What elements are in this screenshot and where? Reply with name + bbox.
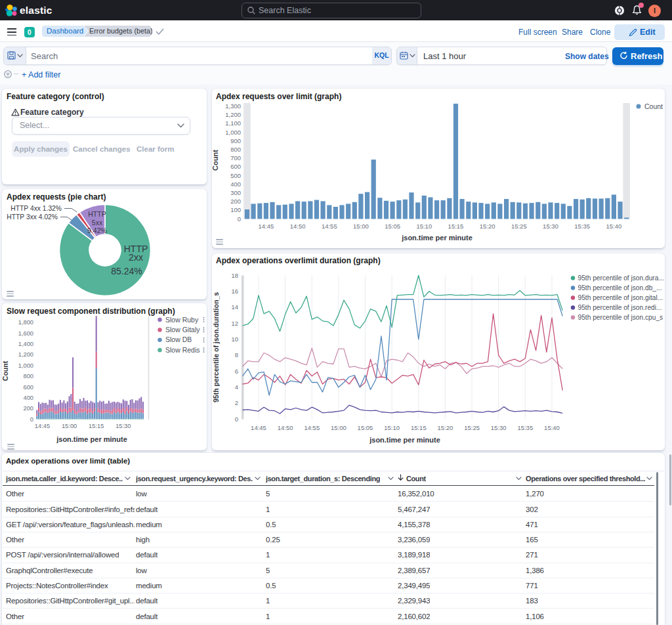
svg-text:Slow Redis: Slow Redis [165,346,200,354]
svg-text:200: 200 [230,198,241,205]
svg-text:json.time per minute: json.time per minute [56,435,127,443]
svg-text:15:10: 15:10 [416,223,432,230]
svg-text:15:15: 15:15 [411,424,427,431]
svg-text:9.42%: 9.42% [87,226,107,234]
svg-text:14:45: 14:45 [35,423,50,429]
svg-text:Slow Ruby: Slow Ruby [165,316,199,324]
svg-text:95th percentile of json.gital.: 95th percentile of json.gital... [578,294,663,301]
svg-text:15:35: 15:35 [517,424,533,431]
svg-text:900: 900 [230,137,241,144]
svg-text:95th percentile of json.db_...: 95th percentile of json.db_... [578,284,662,291]
svg-text:15:00: 15:00 [62,423,77,429]
svg-text:1,600: 1,600 [18,330,33,337]
svg-text:15:25: 15:25 [511,223,527,230]
svg-text:15:05: 15:05 [358,424,373,431]
svg-text:2xx: 2xx [129,252,143,263]
svg-text:Slow Gitaly: Slow Gitaly [165,326,200,334]
svg-text:8: 8 [235,351,238,358]
svg-text:4: 4 [235,383,238,390]
svg-text:15:10: 15:10 [384,424,400,431]
svg-text:16: 16 [231,287,238,294]
svg-text:Count: Count [212,149,219,170]
svg-text:14:50: 14:50 [290,223,306,230]
svg-text:800: 800 [230,145,241,152]
svg-text:1,100: 1,100 [225,119,241,127]
svg-text:15:15: 15:15 [89,423,104,429]
svg-text:95th percentile of json.cpu_s: 95th percentile of json.cpu_s [578,314,663,321]
svg-text:1,200: 1,200 [18,351,33,358]
svg-text:400: 400 [230,180,241,187]
svg-text:1,200: 1,200 [225,111,241,118]
svg-text:14:45: 14:45 [251,424,266,431]
svg-text:700: 700 [230,154,241,162]
svg-text:HTTP 3xx 4.02%: HTTP 3xx 4.02% [7,213,58,221]
svg-text:15:15: 15:15 [448,223,464,230]
svg-text:0: 0 [235,415,238,422]
svg-text:json.time per minute: json.time per minute [401,234,472,242]
svg-text:400: 400 [23,395,33,401]
svg-text:300: 300 [230,188,241,196]
svg-text:HTTP: HTTP [88,210,106,218]
svg-text:95th percentile of json.dura..: 95th percentile of json.dura... [578,274,664,282]
svg-text:2: 2 [235,399,238,406]
svg-text:600: 600 [23,384,33,391]
svg-text:Count: Count [2,360,9,381]
svg-text:15:00: 15:00 [331,424,346,431]
svg-text:800: 800 [23,373,33,379]
svg-text:0: 0 [30,416,33,423]
svg-text:500: 500 [230,171,241,179]
svg-text:14:55: 14:55 [322,223,337,230]
svg-text:6: 6 [235,367,238,374]
svg-text:600: 600 [230,163,241,170]
svg-text:1,800: 1,800 [18,319,33,326]
svg-text:14:55: 14:55 [304,424,320,431]
svg-text:1,400: 1,400 [18,341,33,347]
svg-text:15:30: 15:30 [543,223,558,230]
svg-text:10: 10 [231,335,238,342]
svg-text:15:25: 15:25 [464,424,480,431]
svg-text:0: 0 [238,215,241,222]
svg-text:HTTP 4xx 1.32%: HTTP 4xx 1.32% [10,205,62,212]
svg-text:14: 14 [231,303,238,311]
svg-text:15:40: 15:40 [606,223,622,230]
svg-text:200: 200 [23,405,33,412]
svg-text:15:30: 15:30 [491,424,507,431]
svg-text:85.24%: 85.24% [111,266,142,276]
svg-text:15:20: 15:20 [480,223,495,230]
svg-text:15:05: 15:05 [385,223,400,230]
svg-text:1,000: 1,000 [18,362,33,369]
svg-text:15:20: 15:20 [438,424,453,431]
svg-text:json.time per minute: json.time per minute [369,436,440,444]
svg-text:1,300: 1,300 [225,102,241,109]
svg-text:1,000: 1,000 [225,128,241,135]
svg-text:18: 18 [231,271,238,278]
svg-text:15:35: 15:35 [574,223,590,230]
svg-text:14:45: 14:45 [259,223,274,230]
svg-text:5xx: 5xx [92,218,103,226]
svg-text:95th percentile of json.redi..: 95th percentile of json.redi... [578,304,662,311]
svg-text:14:50: 14:50 [278,424,293,431]
svg-text:15:00: 15:00 [353,223,369,230]
svg-text:95th percentile of json.durati: 95th percentile of json.duration_s [212,291,220,402]
svg-text:Count: Count [644,102,663,110]
svg-text:15:30: 15:30 [116,423,131,429]
svg-text:15:40: 15:40 [544,424,560,431]
svg-text:Slow DB: Slow DB [165,335,192,343]
svg-text:100: 100 [230,206,241,213]
svg-text:12: 12 [231,319,238,326]
